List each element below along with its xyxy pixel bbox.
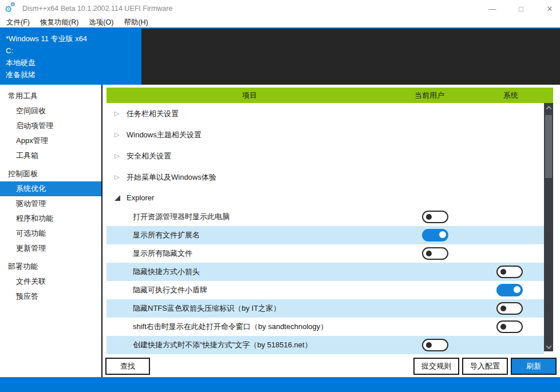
menu-options[interactable]: 选项(O) xyxy=(84,18,119,27)
sidebar-item-optional-features[interactable]: 可选功能 xyxy=(0,226,101,241)
sidebar-item-file-association[interactable]: 文件关联 xyxy=(0,274,101,289)
window-title: Dism++x64 Beta 10.1.2002.114 UEFI Firmwa… xyxy=(22,5,172,13)
content-area: 常用工具 空间回收 启动项管理 Appx管理 工具箱 控制面板 系统优化 驱动管… xyxy=(0,85,560,377)
sidebar-item-driver-manager[interactable]: 驱动管理 xyxy=(0,196,101,211)
menu-file[interactable]: 文件(F) xyxy=(1,18,35,27)
toggle-switch-off[interactable] xyxy=(496,320,523,333)
setting-label: 隐藏NTFS蓝色双箭头压缩标识（by IT之家） xyxy=(133,303,281,314)
sidebar-item-space-recovery[interactable]: 空间回收 xyxy=(0,104,101,118)
tree-group-taskbar[interactable]: ▷ 任务栏相关设置 xyxy=(107,103,544,124)
setting-row-show-this-pc[interactable]: 打开资源管理器时显示此电脑 xyxy=(107,208,544,226)
sidebar: 常用工具 空间回收 启动项管理 Appx管理 工具箱 控制面板 系统优化 驱动管… xyxy=(0,85,102,377)
toggle-knob xyxy=(426,214,432,220)
chevron-right-icon: ▷ xyxy=(115,173,121,181)
setting-label: 显示所有隐藏文件 xyxy=(133,248,192,259)
toggle-switch-off[interactable] xyxy=(422,211,448,223)
banner-drive: C: xyxy=(6,45,141,57)
minimize-button[interactable]: — xyxy=(483,0,502,17)
menu-help[interactable]: 帮助(H) xyxy=(119,18,153,27)
gear-small-icon: ⚙ xyxy=(10,2,15,7)
toggle-knob xyxy=(426,342,432,348)
titlebar: ⚙ ⚙ Dism++x64 Beta 10.1.2002.114 UEFI Fi… xyxy=(0,0,560,17)
tree-group-label: Windows主题相关设置 xyxy=(127,130,202,140)
sidebar-item-update-manager[interactable]: 更新管理 xyxy=(0,241,101,256)
toggle-switch-off[interactable] xyxy=(496,302,523,315)
chevron-right-icon: ▷ xyxy=(115,131,121,138)
submit-rules-button[interactable]: 提交规则 xyxy=(413,358,459,375)
toggle-switch-off[interactable] xyxy=(422,247,448,260)
setting-row-shift-open-cmd[interactable]: shift右击时显示在此处打开命令窗口（by sandtechnology） xyxy=(107,318,544,336)
refresh-button[interactable]: 刷新 xyxy=(511,358,557,375)
toggle-switch-off[interactable] xyxy=(496,266,523,278)
setting-row-show-hidden-files[interactable]: 显示所有隐藏文件 xyxy=(107,244,544,263)
toggle-knob xyxy=(500,324,506,330)
setting-label: 隐藏可执行文件小盾牌 xyxy=(133,285,207,295)
sidebar-item-system-optimization[interactable]: 系统优化 xyxy=(0,181,101,196)
banner-status: 准备就绪 xyxy=(6,69,141,81)
sidebar-section-control-panel: 控制面板 xyxy=(0,167,101,181)
column-header-bar: 项目 当前用户 系统 xyxy=(107,88,553,103)
app-logo-gears-icon: ⚙ ⚙ xyxy=(5,2,17,15)
scrollbar[interactable] xyxy=(544,103,553,351)
image-banner: *Windows 11 专业版 x64 C: 本地硬盘 准备就绪 xyxy=(0,29,560,85)
setting-row-hide-ntfs-compress-icon[interactable]: 隐藏NTFS蓝色双箭头压缩标识（by IT之家） xyxy=(107,299,544,318)
status-bar xyxy=(0,377,560,392)
setting-label: shift右击时显示在此处打开命令窗口（by sandtechnology） xyxy=(133,322,328,332)
sidebar-item-programs-features[interactable]: 程序和功能 xyxy=(0,211,101,226)
column-header-item: 项目 xyxy=(242,90,257,101)
sidebar-section-deployment: 部署功能 xyxy=(0,259,101,274)
tree-group-start-menu[interactable]: ▷ 开始菜单以及Windows体验 xyxy=(107,167,544,188)
sidebar-item-unattend[interactable]: 预应答 xyxy=(0,289,101,304)
setting-label: 隐藏快捷方式小箭头 xyxy=(133,267,200,277)
sidebar-item-startup-manager[interactable]: 启动项管理 xyxy=(0,118,101,133)
tree-group-security[interactable]: ▷ 安全相关设置 xyxy=(107,145,544,167)
toggle-knob xyxy=(439,231,446,238)
scroll-thumb[interactable] xyxy=(545,115,552,178)
setting-row-hide-shield[interactable]: 隐藏可执行文件小盾牌 xyxy=(107,281,544,299)
setting-row-show-extensions[interactable]: 显示所有文件扩展名 xyxy=(107,226,544,244)
selected-image-panel[interactable]: *Windows 11 专业版 x64 C: 本地硬盘 准备就绪 xyxy=(0,29,141,85)
scroll-up-button[interactable] xyxy=(544,103,553,112)
maximize-button[interactable]: □ xyxy=(512,0,530,17)
close-button[interactable]: ✕ xyxy=(541,0,559,17)
chevron-right-icon: ▷ xyxy=(115,152,121,160)
menu-recovery[interactable]: 恢复功能(R) xyxy=(35,18,84,27)
toggle-knob xyxy=(500,269,506,275)
chevron-up-icon xyxy=(546,105,551,111)
chevron-right-icon: ▷ xyxy=(115,110,121,117)
find-button[interactable]: 查找 xyxy=(105,358,150,375)
banner-disk-type: 本地硬盘 xyxy=(6,57,141,69)
triangle-expanded-icon xyxy=(115,195,120,201)
window-controls: — □ ✕ xyxy=(473,0,560,17)
settings-tree: ▷ 任务栏相关设置 ▷ Windows主题相关设置 ▷ 安全相关设置 ▷ 开始菜… xyxy=(107,103,544,354)
toggle-knob xyxy=(500,306,506,311)
tree-group-label: 任务栏相关设置 xyxy=(127,109,179,119)
tree-group-label: Explorer xyxy=(127,193,154,202)
tree-group-label: 开始菜单以及Windows体验 xyxy=(127,172,216,183)
toggle-knob xyxy=(514,286,520,293)
setting-label: 创建快捷方式时不添"快捷方式"文字（by 518516.net） xyxy=(133,340,312,350)
setting-row-shortcut-no-suffix[interactable]: 创建快捷方式时不添"快捷方式"文字（by 518516.net） xyxy=(107,336,544,354)
menubar: 文件(F) 恢复功能(R) 选项(O) 帮助(H) xyxy=(0,17,560,27)
sidebar-item-appx-manager[interactable]: Appx管理 xyxy=(0,133,101,148)
toggle-switch-on[interactable] xyxy=(496,284,523,296)
tree-group-windows-theme[interactable]: ▷ Windows主题相关设置 xyxy=(107,124,544,145)
sidebar-item-toolbox[interactable]: 工具箱 xyxy=(0,148,101,163)
column-header-current-user: 当前用户 xyxy=(415,90,444,101)
setting-row-hide-shortcut-arrow[interactable]: 隐藏快捷方式小箭头 xyxy=(107,263,544,281)
settings-panel: 项目 当前用户 系统 ▷ 任务栏相关设置 ▷ Windows主题相关设置 ▷ 安… xyxy=(102,85,560,377)
chevron-down-icon xyxy=(546,343,551,349)
tree-group-label: 安全相关设置 xyxy=(127,151,171,161)
setting-label: 打开资源管理器时显示此电脑 xyxy=(133,212,230,222)
column-header-system: 系统 xyxy=(503,90,518,101)
scroll-down-button[interactable] xyxy=(544,342,553,351)
import-config-button[interactable]: 导入配置 xyxy=(462,358,508,375)
tree-group-explorer[interactable]: Explorer xyxy=(107,188,544,208)
toggle-switch-on[interactable] xyxy=(422,229,448,241)
setting-label: 显示所有文件扩展名 xyxy=(133,230,200,240)
toggle-switch-off[interactable] xyxy=(422,339,448,351)
toggle-knob xyxy=(426,251,432,256)
sidebar-section-common-tools: 常用工具 xyxy=(0,89,101,104)
banner-os-name: *Windows 11 专业版 x64 xyxy=(6,33,141,45)
